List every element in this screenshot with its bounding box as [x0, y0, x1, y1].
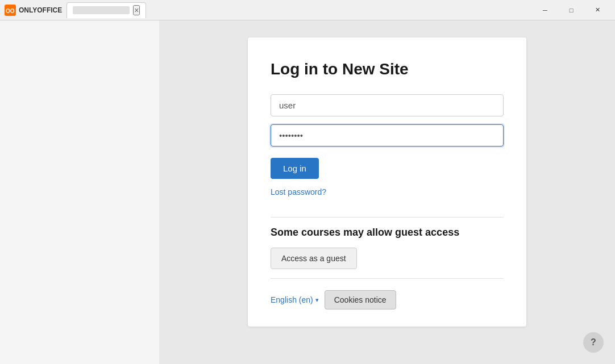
login-title: Log in to New Site [271, 60, 504, 78]
help-button[interactable]: ? [583, 332, 604, 353]
onlyoffice-logo-icon: OO [5, 5, 16, 16]
language-selector[interactable]: English (en) ▾ [271, 295, 319, 304]
main-area: Log in to New Site Log in Lost password?… [0, 20, 615, 364]
maximize-button[interactable]: □ [558, 0, 584, 20]
browser-tab[interactable]: × [67, 2, 146, 18]
cookies-notice-button[interactable]: Cookies notice [325, 290, 396, 309]
login-button[interactable]: Log in [271, 158, 319, 179]
username-input[interactable] [271, 94, 504, 116]
app-logo: OO ONLYOFFICE [5, 5, 62, 16]
tab-close-button[interactable]: × [133, 5, 140, 15]
username-group [271, 94, 504, 116]
section-divider-2 [271, 278, 504, 279]
password-input[interactable] [271, 124, 504, 147]
sidebar [0, 20, 159, 364]
password-group [271, 124, 504, 147]
content-area: Log in to New Site Log in Lost password?… [159, 20, 615, 364]
tab-favicon [73, 6, 130, 14]
close-button[interactable]: ✕ [584, 0, 610, 20]
chevron-down-icon: ▾ [315, 296, 319, 304]
titlebar: OO ONLYOFFICE × ─ □ ✕ [0, 0, 615, 20]
section-divider-1 [271, 217, 504, 217]
guest-section-title: Some courses may allow guest access [271, 227, 504, 239]
footer-section: English (en) ▾ Cookies notice [271, 290, 504, 309]
language-label: English (en) [271, 295, 313, 304]
guest-section: Some courses may allow guest access Acce… [271, 227, 504, 269]
guest-access-button[interactable]: Access as a guest [271, 248, 357, 269]
footer-row: English (en) ▾ Cookies notice [271, 290, 504, 309]
login-card: Log in to New Site Log in Lost password?… [248, 37, 526, 327]
window-controls: ─ □ ✕ [532, 0, 610, 20]
lost-password-link[interactable]: Lost password? [271, 187, 326, 196]
lost-password-wrapper: Lost password? [271, 187, 504, 208]
app-name-label: ONLYOFFICE [19, 6, 62, 14]
minimize-button[interactable]: ─ [532, 0, 558, 20]
svg-text:OO: OO [6, 8, 15, 14]
